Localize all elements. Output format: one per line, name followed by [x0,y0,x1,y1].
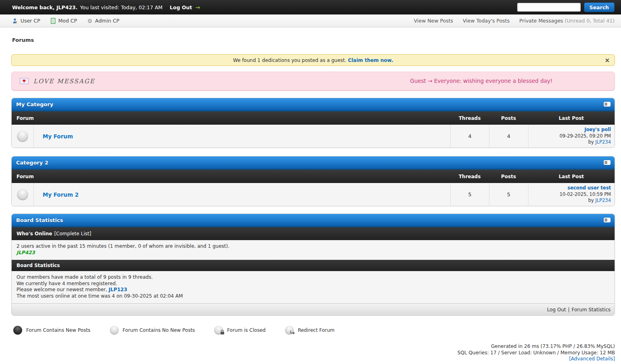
mod-cp-link[interactable]: Mod CP [50,18,77,24]
whos-online-body: 2 users active in the past 15 minutes (1… [12,240,615,260]
newest-member-link[interactable]: JLP123 [109,287,127,292]
legend-label: Forum Contains New Posts [26,327,91,333]
welcome-area: Welcome back, JLP423. You last visited: … [12,4,200,10]
collapse-icon[interactable] [604,102,611,107]
heart-icon: ♥ [23,79,26,83]
love-message-bar: ♥ LOVE MESSAGE Guest → Everyone: wishing… [11,72,615,90]
column-threads: Threads [450,115,489,121]
last-post-date: 09-29-2025, 09:20 PM [559,133,611,140]
private-messages-label: Private Messages [519,18,563,24]
board-statistics-subheader: Board Statistics [12,260,615,271]
category-panel-my-category: My Category Forum Threads Posts Last Pos… [11,98,615,148]
collapse-icon[interactable] [604,218,611,222]
lock-icon [220,330,225,336]
legend-label: Forum is Closed [227,327,266,333]
logout-link[interactable]: Log Out [170,4,192,10]
last-post-author: by JLP234 [588,197,611,204]
love-message-title: LOVE MESSAGE [33,78,95,85]
by-label: by [588,197,594,203]
last-post-title-link[interactable]: Joey's poll [584,127,611,133]
forum-page: Welcome back, JLP423. You last visited: … [0,0,621,364]
search-area: Search [517,2,615,12]
footer-separator: | [568,307,569,313]
notebook-icon [50,18,56,24]
forum-status-cell [12,183,34,206]
search-input[interactable] [517,3,581,12]
notice-text-wrap: We found 1 dedications you posted as a g… [12,58,615,63]
view-new-posts-link[interactable]: View New Posts [414,18,453,24]
last-post-cell: second user test 10-02-2025, 10:59 PM by… [528,183,615,206]
love-message-text: Guest → Everyone: wishing everyone a ble… [410,78,553,84]
forum-link[interactable]: My Forum [43,133,73,140]
legend-no-new-posts: Forum Contains No New Posts [110,326,195,335]
claim-them-now-link[interactable]: Claim them now. [348,58,393,63]
love-message-left: ♥ LOVE MESSAGE [20,78,95,85]
stats-line-most-online: The most users online at one time was 4 … [17,293,610,300]
forum-name-cell: My Forum 2 [34,183,450,206]
footer-forum-statistics-link[interactable]: Forum Statistics [571,307,611,313]
board-statistics-title: Board Statistics [16,217,63,223]
column-threads: Threads [450,174,489,179]
last-post-user-link[interactable]: JLP234 [595,139,611,145]
user-cp-label: User CP [21,18,40,24]
column-header-row: Forum Threads Posts Last Post [12,111,615,125]
admin-cp-link[interactable]: ⚙ Admin CP [87,18,119,24]
legend-forum-closed: Forum is Closed [214,326,266,335]
column-posts: Posts [489,115,528,121]
admin-cp-label: Admin CP [95,18,119,24]
collapse-icon[interactable] [604,160,611,165]
logout-arrow-icon: → [195,4,200,10]
last-post-date: 10-02-2025, 10:59 PM [559,191,611,198]
whos-online-header: Who's Online [Complete List] [12,227,615,240]
posts-count-cell: 4 [489,125,528,148]
panel-footer: Log Out | Forum Statistics [12,303,615,315]
search-button[interactable]: Search [584,2,615,12]
category-title: Category 2 [16,160,48,166]
complete-list-link[interactable]: [Complete List] [54,231,91,236]
stats-line-newest: Please welcome our newest member, JLP123 [17,287,610,293]
forum-status-icon [17,131,28,142]
footer-logout-link[interactable]: Log Out [547,307,566,313]
user-cp-link[interactable]: User CP [12,18,40,24]
stats-line-members: We currently have 4 members registered. [17,281,610,287]
category-title: My Category [16,101,53,107]
breadcrumb: Forums [12,37,615,43]
category-header: Category 2 [12,156,615,170]
posts-count-cell: 5 [489,183,528,206]
user-icon [12,18,19,24]
love-letter-icon: ♥ [20,78,29,84]
closed-forum-icon [214,326,223,335]
advanced-details-link[interactable]: [Advanced Details] [569,356,615,362]
guest-dedications-notice: We found 1 dedications you posted as a g… [11,54,615,66]
forum-row: My Forum 2 5 5 second user test 10-02-20… [12,183,615,206]
redirect-arrow-icon [290,330,295,336]
by-label: by [588,139,594,145]
forum-status-cell [12,125,34,148]
generation-footer: Generated in 26 ms (73.17% PHP / 26.83% … [0,343,621,362]
category-header: My Category [12,98,615,111]
board-statistics-panel: Board Statistics Who's Online [Complete … [11,214,615,316]
new-posts-icon [13,326,22,335]
category-panel-category-2: Category 2 Forum Threads Posts Last Post… [11,156,615,206]
mod-cp-label: Mod CP [58,18,77,24]
view-todays-posts-link[interactable]: View Today's Posts [463,18,510,24]
forum-icon-legend: Forum Contains New Posts Forum Contains … [13,326,615,335]
legend-redirect-forum: Redirect Forum [285,326,334,335]
toolbar: User CP Mod CP ⚙ Admin CP View New Posts… [0,14,621,27]
online-summary-text: 2 users active in the past 15 minutes (1… [17,243,610,250]
last-post-author: by JLP234 [588,139,611,146]
board-statistics-header: Board Statistics [12,214,615,227]
redirect-forum-icon [285,326,294,335]
toolbar-left: User CP Mod CP ⚙ Admin CP [12,18,119,24]
threads-count-cell: 5 [450,183,489,206]
sql-queries-text: SQL Queries: 17 / Server Load: Unknown /… [0,350,615,356]
column-forum: Forum [12,115,450,121]
forum-link[interactable]: My Forum 2 [43,191,78,198]
last-post-user-link[interactable]: JLP234 [595,197,611,203]
close-icon[interactable]: × [604,57,610,64]
online-user-link[interactable]: JLP423 [17,250,35,255]
last-post-title-link[interactable]: second user test [567,185,611,191]
column-forum: Forum [12,174,450,179]
toolbar-right: View New Posts View Today's Posts Privat… [414,18,615,24]
private-messages-link[interactable]: Private Messages (Unread 0, Total 41) [519,18,615,24]
